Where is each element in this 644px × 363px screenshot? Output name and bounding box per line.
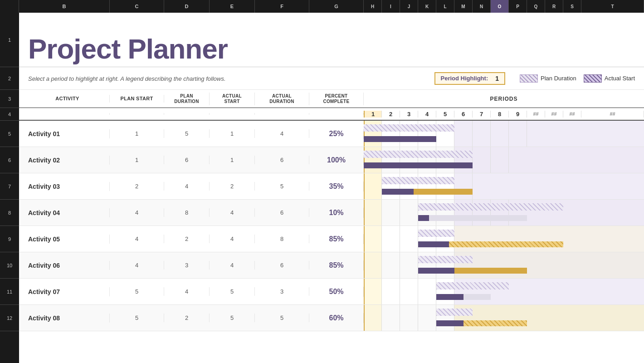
col-header-f[interactable]: F bbox=[255, 0, 309, 13]
act5-actual-start: 4 bbox=[210, 235, 255, 243]
act5-gantt bbox=[364, 226, 644, 252]
act5-plan-start: 4 bbox=[110, 235, 164, 243]
content-area: Project Planner Select a period to highl… bbox=[19, 13, 644, 363]
act7-actual-dur: 3 bbox=[255, 287, 309, 296]
period-2-header[interactable]: 2 bbox=[382, 111, 400, 118]
period-7-header[interactable]: 7 bbox=[473, 111, 491, 118]
title-cell: Project Planner bbox=[28, 35, 635, 63]
period-1-header[interactable]: 1 bbox=[364, 111, 382, 118]
period-highlight-area: Period Highlight: 1 Plan Duration Actual… bbox=[430, 72, 635, 85]
empty-g4 bbox=[309, 113, 364, 115]
act5-bg bbox=[364, 226, 644, 252]
row-num-12[interactable]: 12 bbox=[0, 305, 19, 331]
col-header-d[interactable]: D bbox=[164, 0, 210, 13]
subtitle-text: Select a period to highlight at right. A… bbox=[28, 75, 226, 82]
act1-actual-bar bbox=[364, 136, 436, 142]
period-9-header[interactable]: 9 bbox=[509, 111, 527, 118]
act8-actual-start: 5 bbox=[210, 314, 255, 322]
period-4-header[interactable]: 4 bbox=[418, 111, 436, 118]
act5-name: Activity 05 bbox=[19, 235, 110, 244]
col-header-t[interactable]: T bbox=[581, 0, 644, 13]
row-numbers: 1 2 3 4 5 6 7 8 9 10 11 12 bbox=[0, 13, 19, 363]
col-header-e[interactable]: E bbox=[210, 0, 255, 13]
act3-actual-start: 2 bbox=[210, 182, 255, 191]
col-header-c[interactable]: C bbox=[110, 0, 164, 13]
act3-plan-start: 2 bbox=[110, 182, 164, 191]
act6-plan-bar bbox=[418, 256, 473, 263]
period-10-header[interactable]: ## bbox=[527, 111, 545, 118]
act3-plan-dur: 4 bbox=[164, 182, 210, 191]
act4-actual-bar-purple bbox=[418, 215, 429, 221]
col-header-s[interactable]: S bbox=[563, 0, 581, 13]
spreadsheet: B C D E F G H I J K L M N O P Q R S T 1 … bbox=[0, 0, 644, 363]
period-11-header[interactable]: ## bbox=[545, 111, 563, 118]
col-header-i[interactable]: I bbox=[382, 0, 400, 13]
col-header-k[interactable]: K bbox=[418, 0, 436, 13]
act3-actual-bar-purple bbox=[382, 189, 414, 195]
act6-name: Activity 06 bbox=[19, 261, 110, 270]
col-header-o[interactable]: O bbox=[491, 0, 509, 13]
empty-f4 bbox=[255, 113, 309, 115]
row-num-3[interactable]: 3 bbox=[0, 90, 19, 108]
act1-percent: 25% bbox=[309, 129, 364, 139]
col-header-n[interactable]: N bbox=[473, 0, 491, 13]
col-header-h[interactable]: H bbox=[364, 0, 382, 13]
col-header-q[interactable]: Q bbox=[527, 0, 545, 13]
period-highlight-value: 1 bbox=[495, 75, 499, 82]
act8-actual-dur: 5 bbox=[255, 314, 309, 322]
period-highlight-box[interactable]: Period Highlight: 1 bbox=[434, 72, 506, 85]
act1-plan-start: 1 bbox=[110, 129, 164, 138]
period-12-header[interactable]: ## bbox=[563, 111, 581, 118]
act5-percent: 85% bbox=[309, 234, 364, 244]
col-header-b[interactable]: B bbox=[19, 0, 110, 13]
act4-name: Activity 04 bbox=[19, 208, 110, 217]
col-header-g[interactable]: G bbox=[309, 0, 364, 13]
empty-d4 bbox=[164, 113, 210, 115]
activity-row-1: Activity 01 1 5 1 4 25% bbox=[19, 121, 644, 147]
col-header-p[interactable]: P bbox=[509, 0, 527, 13]
header-plan-start: PLAN START bbox=[110, 95, 164, 103]
row-num-2[interactable]: 2 bbox=[0, 67, 19, 90]
activity-row-3: Activity 03 2 4 2 5 35% bbox=[19, 173, 644, 200]
row-num-6[interactable]: 6 bbox=[0, 147, 19, 173]
act3-actual-dur: 5 bbox=[255, 182, 309, 191]
plan-duration-label: Plan Duration bbox=[541, 75, 576, 82]
row-num-7[interactable]: 7 bbox=[0, 173, 19, 200]
act7-actual-start: 5 bbox=[210, 287, 255, 296]
row-num-5[interactable]: 5 bbox=[0, 121, 19, 147]
act4-gantt bbox=[364, 200, 644, 226]
act6-actual-bar-purple bbox=[418, 268, 454, 274]
empty-c4 bbox=[110, 113, 164, 115]
act2-actual-bar bbox=[364, 162, 473, 168]
row-num-11[interactable]: 11 bbox=[0, 279, 19, 305]
activity-row-7: Activity 07 5 4 5 3 50% bbox=[19, 279, 644, 305]
period-6-header[interactable]: 6 bbox=[454, 111, 473, 118]
row-num-1[interactable]: 1 bbox=[0, 13, 19, 67]
period-5-header[interactable]: 5 bbox=[436, 111, 454, 118]
act3-name: Activity 03 bbox=[19, 182, 110, 191]
act1-name: Activity 01 bbox=[19, 129, 110, 138]
row-num-4[interactable]: 4 bbox=[0, 108, 19, 121]
act3-gantt bbox=[364, 173, 644, 199]
act7-plan-bar bbox=[436, 282, 509, 289]
row-num-10[interactable]: 10 bbox=[0, 252, 19, 279]
col-header-l[interactable]: L bbox=[436, 0, 454, 13]
row-num-8[interactable]: 8 bbox=[0, 200, 19, 226]
header-actual-duration: ACTUALDURATION bbox=[255, 93, 309, 105]
act8-gantt bbox=[364, 305, 644, 331]
col-header-j[interactable]: J bbox=[400, 0, 418, 13]
act8-actual-bar-gold bbox=[463, 320, 527, 326]
row-num-9[interactable]: 9 bbox=[0, 226, 19, 252]
subtitle-cell: Select a period to highlight at right. A… bbox=[28, 74, 421, 83]
period-8-header[interactable]: 8 bbox=[491, 111, 509, 118]
col-header-m[interactable]: M bbox=[454, 0, 473, 13]
period-3-header[interactable]: 3 bbox=[400, 111, 418, 118]
period-13-header[interactable]: ## bbox=[581, 111, 644, 118]
col-header-r[interactable]: R bbox=[545, 0, 563, 13]
act6-plan-start: 4 bbox=[110, 261, 164, 270]
act7-plan-start: 5 bbox=[110, 287, 164, 296]
act4-actual-start: 4 bbox=[210, 208, 255, 217]
header-plan-duration: PLANDURATION bbox=[164, 93, 210, 105]
title-row: Project Planner bbox=[19, 13, 644, 67]
act5-plan-bar bbox=[418, 230, 454, 237]
